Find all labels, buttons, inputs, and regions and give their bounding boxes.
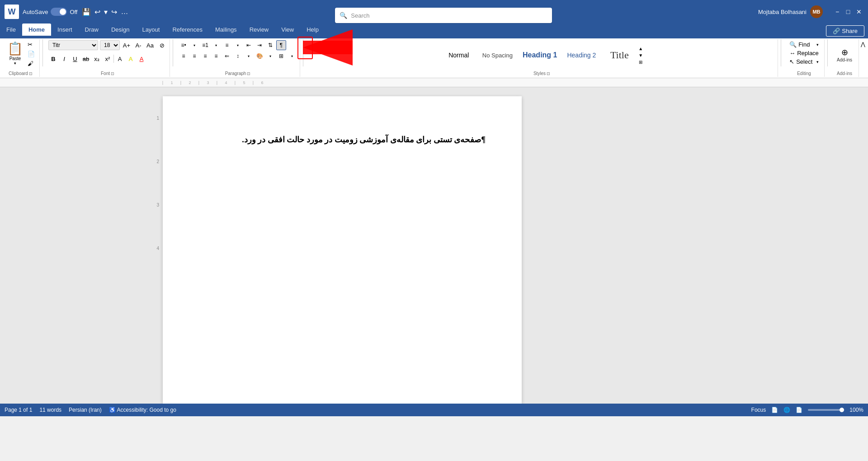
multilevel-list-button[interactable]: ≡ [222,40,232,50]
justify-button[interactable]: ≡ [211,51,221,61]
zoom-slider[interactable] [808,409,844,411]
document-content[interactable]: ¶صفحه‌ی تستی برای مقاله‌ی آموزشی زومیت د… [199,132,486,147]
increase-indent-button[interactable]: ⇥ [255,40,264,50]
tab-review[interactable]: Review [243,24,275,36]
tab-design[interactable]: Design [105,24,136,36]
customize-qat[interactable]: … [120,7,129,17]
clipboard-dialog[interactable]: ⊡ [29,71,33,76]
align-center-button[interactable]: ≡ [189,51,199,61]
borders-dropdown[interactable]: ▾ [287,51,297,61]
select-dropdown[interactable]: ▾ [816,60,819,64]
font-dialog[interactable]: ⊡ [111,71,114,76]
autosave-toggle[interactable] [51,8,67,16]
language-indicator[interactable]: Persian (Iran) [69,407,102,413]
bullet-list-button[interactable]: ≡• [179,40,189,50]
ribbon-collapse: ⋀ [860,39,866,77]
tab-mailings[interactable]: Mailings [209,24,243,36]
style-no-spacing[interactable]: No Spacing [478,42,517,69]
word-logo: W [5,5,19,19]
addins-button[interactable]: ⊕ Add-ins [833,47,856,64]
underline-button[interactable]: U [70,54,80,64]
share-button[interactable]: 🔗 Share [826,25,864,37]
save-button[interactable]: 💾 [81,7,92,17]
shading-button[interactable]: 🎨 [255,51,264,61]
bold-button[interactable]: B [48,54,58,64]
tab-references[interactable]: References [166,24,208,36]
numbered-dropdown[interactable]: ▾ [211,40,221,50]
bullet-dropdown[interactable]: ▾ [189,40,199,50]
font-color-button[interactable]: A [137,54,146,64]
ribbon-tabs-bar: File Home Insert Draw Design Layout Refe… [0,24,868,38]
format-painter-button[interactable]: 🖌 [26,59,37,68]
tab-view[interactable]: View [275,24,300,36]
strikethrough-button[interactable]: ab [81,54,91,64]
tab-insert[interactable]: Insert [51,24,79,36]
superscript-button[interactable]: x² [103,54,113,64]
style-normal[interactable]: Normal [441,42,477,69]
view-web-button[interactable]: 🌐 [783,407,790,413]
paste-dropdown[interactable]: ▾ [14,61,16,66]
decrease-font-size-button[interactable]: A- [133,40,143,50]
zoom-level[interactable]: 100% [849,407,863,413]
cut-button[interactable]: ✂ [26,40,37,49]
shading-dropdown[interactable]: ▾ [265,51,275,61]
increase-font-size-button[interactable]: A+ [122,40,132,50]
undo-dropdown[interactable]: ▾ [103,7,108,17]
style-heading1[interactable]: Heading 1 [518,42,561,69]
numbered-list-button[interactable]: ≡1 [200,40,210,50]
select-button[interactable]: ↖ Select ▾ [787,57,821,66]
rtl-button[interactable]: ⇐ [222,51,232,61]
show-formatting-button[interactable]: ¶ [276,40,286,50]
styles-content: Normal No Spacing Heading 1 Heading 2 Ti… [441,40,643,70]
document-page[interactable]: ¶صفحه‌ی تستی برای مقاله‌ی آموزشی زومیت د… [163,96,522,404]
undo-button[interactable]: ↩ [94,7,101,17]
paragraph-dialog[interactable]: ⊡ [247,71,250,76]
replace-button[interactable]: ↔ Replace [787,49,821,57]
paste-button[interactable]: 📋 Paste ▾ [5,40,26,70]
styles-scroll-up[interactable]: ▲ [638,46,643,51]
persian-text-content[interactable]: ¶صفحه‌ی تستی برای مقاله‌ی آموزشی زومیت د… [199,132,486,147]
line-spacing-button[interactable]: ↕ [233,51,243,61]
sort-button[interactable]: ⇅ [265,40,275,50]
clear-formatting-button[interactable]: ⊘ [157,40,167,50]
copy-button[interactable]: 📄 [26,50,37,58]
font-size-select[interactable]: 18 [100,40,120,50]
change-case-button[interactable]: Aa [145,40,155,50]
paragraph-group: ≡• ▾ ≡1 ▾ ≡ ▾ ⇤ ⇥ ⇅ ¶ ≡ ≡ ≡ ≡ ⇐ ↕ ▾ 🎨 ▾ [176,39,300,77]
styles-group: Normal No Spacing Heading 1 Heading 2 Ti… [306,39,778,77]
maximize-button[interactable]: □ [844,7,853,16]
redo-button[interactable]: ↪ [110,7,118,17]
tab-draw[interactable]: Draw [79,24,105,36]
borders-button[interactable]: ⊞ [276,51,286,61]
find-dropdown[interactable]: ▾ [816,42,819,47]
align-left-button[interactable]: ≡ [179,51,189,61]
text-effect-button[interactable]: A [115,54,125,64]
italic-button[interactable]: I [59,54,69,64]
tab-layout[interactable]: Layout [136,24,166,36]
tab-file[interactable]: File [0,24,22,36]
search-bar[interactable]: 🔍 Search [335,8,552,23]
font-group: Titr 18 A+ A- Aa ⊘ B I U ab x₂ x² A A [46,39,170,77]
decrease-indent-button[interactable]: ⇤ [244,40,254,50]
styles-dialog[interactable]: ⊡ [547,71,550,76]
close-button[interactable]: ✕ [854,7,863,16]
collapse-ribbon-button[interactable]: ⋀ [861,41,865,47]
find-button[interactable]: 🔍 Find ▾ [787,40,821,49]
font-divider [113,55,114,63]
focus-button[interactable]: Focus [751,407,766,413]
style-title[interactable]: Title [601,42,637,69]
view-mode-button[interactable]: 📄 [796,407,802,413]
minimize-button[interactable]: − [833,7,842,16]
tab-help[interactable]: Help [300,24,325,36]
styles-scroll-down[interactable]: ▼ [638,53,643,58]
font-name-select[interactable]: Titr [48,40,98,50]
text-highlight-button[interactable]: A [126,54,136,64]
styles-more[interactable]: ⊞ [638,60,643,65]
tab-home[interactable]: Home [22,24,51,36]
align-right-button[interactable]: ≡ [200,51,210,61]
subscript-button[interactable]: x₂ [92,54,102,64]
style-heading2[interactable]: Heading 2 [562,42,600,69]
view-print-button[interactable]: 📄 [771,407,778,413]
line-spacing-dropdown[interactable]: ▾ [244,51,254,61]
multilevel-dropdown[interactable]: ▾ [233,40,243,50]
